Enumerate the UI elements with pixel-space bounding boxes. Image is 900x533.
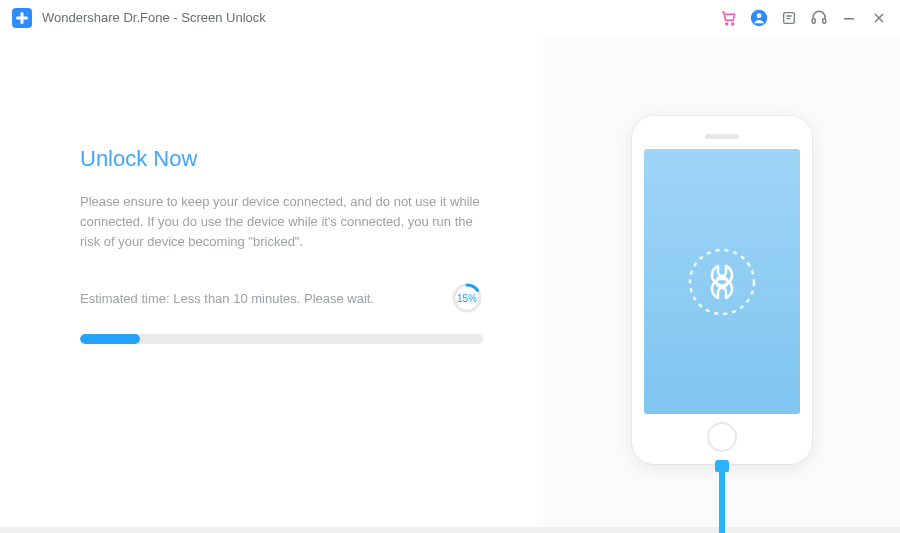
progress-bar	[80, 334, 483, 344]
titlebar-controls	[720, 9, 888, 27]
phone-home-button	[707, 422, 737, 452]
app-logo	[12, 8, 32, 28]
close-button[interactable]	[870, 9, 888, 27]
feedback-icon[interactable]	[780, 9, 798, 27]
plus-icon	[16, 12, 28, 24]
svg-point-3	[732, 23, 734, 25]
progress-percent-label: 15%	[457, 293, 477, 304]
support-icon[interactable]	[810, 9, 828, 27]
phone-speaker	[705, 134, 739, 139]
svg-point-12	[690, 250, 754, 314]
estimated-time-text: Estimated time: Less than 10 minutes. Pl…	[80, 291, 374, 306]
cart-icon[interactable]	[720, 9, 738, 27]
page-heading: Unlock Now	[80, 146, 483, 172]
phone-illustration	[632, 116, 812, 464]
svg-rect-7	[812, 18, 815, 23]
svg-rect-9	[844, 18, 854, 20]
wrench-icon	[687, 247, 757, 317]
bottom-strip	[0, 527, 900, 533]
left-panel: Unlock Now Please ensure to keep your de…	[0, 36, 543, 527]
svg-rect-8	[823, 18, 826, 23]
svg-rect-1	[16, 16, 28, 19]
svg-point-5	[757, 13, 762, 18]
status-row: Estimated time: Less than 10 minutes. Pl…	[80, 282, 483, 314]
phone-screen	[644, 149, 800, 414]
progress-percent-circle: 15%	[451, 282, 483, 314]
cable	[719, 464, 725, 533]
svg-point-2	[726, 23, 728, 25]
description-text: Please ensure to keep your device connec…	[80, 192, 483, 252]
progress-bar-fill	[80, 334, 140, 344]
titlebar: Wondershare Dr.Fone - Screen Unlock	[0, 0, 900, 36]
app-title: Wondershare Dr.Fone - Screen Unlock	[42, 10, 266, 25]
right-panel	[543, 36, 900, 527]
content: Unlock Now Please ensure to keep your de…	[0, 36, 900, 527]
account-icon[interactable]	[750, 9, 768, 27]
minimize-button[interactable]	[840, 9, 858, 27]
